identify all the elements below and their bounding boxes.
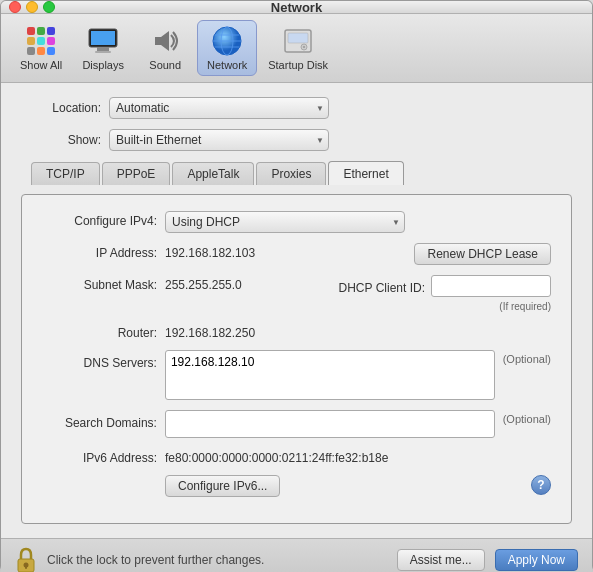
search-domains-row: Search Domains: (Optional) — [42, 410, 551, 438]
show-label: Show: — [21, 133, 101, 147]
configure-ipv4-label: Configure IPv4: — [42, 211, 157, 228]
disk-icon — [282, 25, 314, 57]
ip-address-value: 192.168.182.103 — [165, 243, 255, 260]
dhcp-client-label: DHCP Client ID: — [339, 278, 425, 295]
router-row: Router: 192.168.182.250 — [42, 323, 551, 340]
configure-ipv6-button[interactable]: Configure IPv6... — [165, 475, 280, 497]
settings-panel: Configure IPv4: Using DHCP IP Address: 1… — [21, 194, 572, 524]
ipv6-label: IPv6 Address: — [42, 448, 157, 465]
ip-address-row: IP Address: 192.168.182.103 Renew DHCP L… — [42, 243, 551, 265]
tabs-container: TCP/IP PPPoE AppleTalk Proxies Ethernet — [21, 161, 572, 185]
close-button[interactable] — [9, 1, 21, 13]
location-dropdown-wrapper[interactable]: Automatic — [109, 97, 329, 119]
apply-now-button[interactable]: Apply Now — [495, 549, 578, 571]
globe-icon — [211, 25, 243, 57]
show-row: Show: Built-in Ethernet — [21, 129, 572, 151]
window: Network Show All — [0, 0, 593, 572]
tab-pppoe[interactable]: PPPoE — [102, 162, 171, 185]
window-title: Network — [271, 0, 322, 15]
configure-ipv4-select[interactable]: Using DHCP — [165, 211, 405, 233]
assist-me-button[interactable]: Assist me... — [397, 549, 485, 571]
renew-dhcp-button[interactable]: Renew DHCP Lease — [414, 243, 551, 265]
maximize-button[interactable] — [43, 1, 55, 13]
grid-icon — [25, 25, 57, 57]
tab-tcpip[interactable]: TCP/IP — [31, 162, 100, 185]
configure-ipv4-row: Configure IPv4: Using DHCP — [42, 211, 551, 233]
ip-address-label: IP Address: — [42, 243, 157, 260]
toolbar-label-sound: Sound — [149, 59, 181, 71]
toolbar-label-startup-disk: Startup Disk — [268, 59, 328, 71]
dhcp-client-id-input[interactable] — [431, 275, 551, 297]
configure-ipv6-row: Configure IPv6... ? — [42, 475, 551, 497]
ipv6-value: fe80:0000:0000:0000:0211:24ff:fe32:b18e — [165, 448, 388, 465]
bottom-bar: Click the lock to prevent further change… — [1, 538, 592, 572]
content-area: Location: Automatic Show: Built-in Ether… — [1, 83, 592, 538]
toolbar-label-displays: Displays — [82, 59, 124, 71]
display-icon — [87, 25, 119, 57]
if-required-text: (If required) — [499, 301, 551, 312]
speaker-icon — [149, 25, 181, 57]
dhcp-client-group: DHCP Client ID: (If required) — [339, 275, 551, 313]
svg-marker-4 — [155, 31, 169, 51]
configure-ipv4-dropdown-wrapper[interactable]: Using DHCP — [165, 211, 405, 233]
svg-rect-3 — [95, 51, 111, 53]
location-row: Location: Automatic — [21, 97, 572, 119]
dhcp-client-row: DHCP Client ID: — [339, 275, 551, 297]
toolbar-item-startup-disk[interactable]: Startup Disk — [259, 20, 337, 76]
subnet-label: Subnet Mask: — [42, 275, 157, 292]
svg-rect-2 — [97, 47, 109, 51]
search-domains-label: Search Domains: — [42, 410, 157, 430]
location-select[interactable]: Automatic — [109, 97, 329, 119]
help-button[interactable]: ? — [531, 475, 551, 495]
window-buttons — [9, 1, 55, 13]
toolbar: Show All Displays — [1, 14, 592, 83]
show-dropdown-wrapper[interactable]: Built-in Ethernet — [109, 129, 329, 151]
dns-label: DNS Servers: — [42, 350, 157, 370]
lock-icon[interactable] — [15, 547, 37, 572]
subnet-value: 255.255.255.0 — [165, 275, 242, 292]
lock-text: Click the lock to prevent further change… — [47, 553, 387, 567]
tab-appletalk[interactable]: AppleTalk — [172, 162, 254, 185]
router-value: 192.168.182.250 — [165, 323, 255, 340]
tab-proxies[interactable]: Proxies — [256, 162, 326, 185]
toolbar-label-network: Network — [207, 59, 247, 71]
svg-point-13 — [303, 46, 305, 48]
minimize-button[interactable] — [26, 1, 38, 13]
subnet-row: Subnet Mask: 255.255.255.0 DHCP Client I… — [42, 275, 551, 313]
title-bar: Network — [1, 1, 592, 14]
svg-rect-11 — [288, 33, 308, 43]
svg-rect-1 — [91, 31, 115, 45]
location-label: Location: — [21, 101, 101, 115]
toolbar-item-displays[interactable]: Displays — [73, 20, 133, 76]
svg-rect-16 — [25, 565, 27, 569]
router-label: Router: — [42, 323, 157, 340]
toolbar-item-network[interactable]: Network — [197, 20, 257, 76]
search-optional-text: (Optional) — [503, 410, 551, 425]
toolbar-item-sound[interactable]: Sound — [135, 20, 195, 76]
dns-row: DNS Servers: 192.168.128.10 (Optional) — [42, 350, 551, 400]
show-select[interactable]: Built-in Ethernet — [109, 129, 329, 151]
ipv6-row: IPv6 Address: fe80:0000:0000:0000:0211:2… — [42, 448, 551, 465]
tab-ethernet[interactable]: Ethernet — [328, 161, 403, 185]
toolbar-label-show-all: Show All — [20, 59, 62, 71]
toolbar-item-show-all[interactable]: Show All — [11, 20, 71, 76]
dns-optional-text: (Optional) — [503, 350, 551, 365]
search-domains-input[interactable] — [165, 410, 495, 438]
dns-servers-input[interactable]: 192.168.128.10 — [165, 350, 495, 400]
